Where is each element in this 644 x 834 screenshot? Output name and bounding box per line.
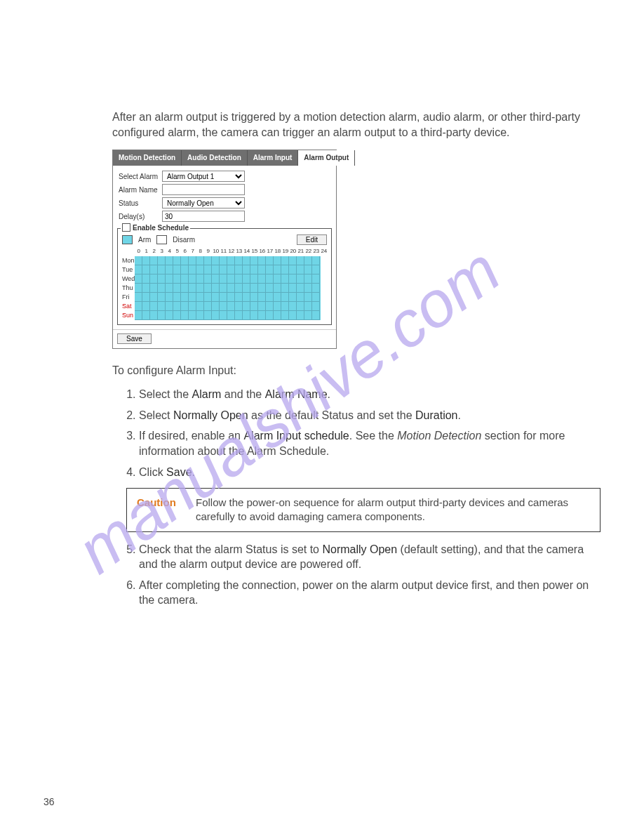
schedule-cell[interactable]	[173, 284, 181, 293]
schedule-cell[interactable]	[135, 256, 142, 265]
schedule-cell[interactable]	[235, 284, 243, 293]
schedule-cell[interactable]	[281, 311, 289, 320]
schedule-cell[interactable]	[289, 265, 297, 274]
schedule-cell[interactable]	[181, 256, 189, 265]
schedule-cell[interactable]	[189, 256, 196, 265]
schedule-cell[interactable]	[304, 302, 312, 311]
schedule-cell[interactable]	[181, 284, 189, 293]
schedule-cell[interactable]	[204, 274, 212, 284]
schedule-cell[interactable]	[158, 293, 166, 302]
schedule-cell[interactable]	[158, 302, 166, 311]
schedule-cell[interactable]	[196, 265, 204, 274]
schedule-cell[interactable]	[243, 274, 250, 284]
schedule-cell[interactable]	[227, 284, 235, 293]
edit-button[interactable]: Edit	[297, 234, 327, 245]
schedule-cell[interactable]	[135, 302, 142, 311]
schedule-cell[interactable]	[304, 311, 312, 320]
schedule-cell[interactable]	[212, 256, 220, 265]
schedule-cell[interactable]	[297, 284, 304, 293]
schedule-cell[interactable]	[312, 265, 320, 274]
schedule-cell[interactable]	[142, 311, 150, 320]
schedule-cell[interactable]	[212, 284, 220, 293]
schedule-cell[interactable]	[158, 256, 166, 265]
schedule-cell[interactable]	[266, 265, 274, 274]
schedule-cell[interactable]	[196, 311, 204, 320]
schedule-cell[interactable]	[312, 284, 320, 293]
schedule-cell[interactable]	[312, 256, 320, 265]
schedule-cell[interactable]	[281, 302, 289, 311]
schedule-cell[interactable]	[250, 293, 258, 302]
schedule-cell[interactable]	[297, 265, 304, 274]
schedule-cell[interactable]	[235, 293, 243, 302]
schedule-cell[interactable]	[281, 274, 289, 284]
schedule-cell[interactable]	[166, 311, 173, 320]
schedule-cell[interactable]	[150, 256, 158, 265]
schedule-cell[interactable]	[196, 274, 204, 284]
schedule-cell[interactable]	[250, 256, 258, 265]
schedule-cell[interactable]	[227, 311, 235, 320]
schedule-cell[interactable]	[142, 293, 150, 302]
tab-alarm-input[interactable]: Alarm Input	[248, 150, 299, 166]
schedule-cell[interactable]	[135, 265, 142, 274]
schedule-cell[interactable]	[258, 302, 266, 311]
schedule-cell[interactable]	[212, 302, 220, 311]
schedule-cell[interactable]	[189, 311, 196, 320]
schedule-cell[interactable]	[196, 256, 204, 265]
schedule-cell[interactable]	[235, 302, 243, 311]
schedule-cell[interactable]	[220, 274, 227, 284]
schedule-cell[interactable]	[212, 311, 220, 320]
schedule-cell[interactable]	[227, 256, 235, 265]
schedule-cell[interactable]	[173, 274, 181, 284]
schedule-cell[interactable]	[266, 311, 274, 320]
schedule-cell[interactable]	[289, 274, 297, 284]
schedule-cell[interactable]	[181, 302, 189, 311]
schedule-cell[interactable]	[173, 256, 181, 265]
schedule-cell[interactable]	[173, 302, 181, 311]
schedule-cell[interactable]	[274, 311, 281, 320]
schedule-cell[interactable]	[135, 311, 142, 320]
schedule-cell[interactable]	[220, 265, 227, 274]
schedule-cell[interactable]	[204, 293, 212, 302]
schedule-cell[interactable]	[158, 274, 166, 284]
tab-audio-detection[interactable]: Audio Detection	[182, 150, 248, 166]
tab-motion-detection[interactable]: Motion Detection	[113, 150, 182, 166]
schedule-cell[interactable]	[189, 302, 196, 311]
schedule-cell[interactable]	[266, 284, 274, 293]
schedule-cell[interactable]	[274, 284, 281, 293]
schedule-cell[interactable]	[150, 265, 158, 274]
schedule-cell[interactable]	[189, 274, 196, 284]
schedule-cell[interactable]	[227, 265, 235, 274]
schedule-cell[interactable]	[289, 256, 297, 265]
schedule-cell[interactable]	[220, 293, 227, 302]
enable-schedule-checkbox[interactable]	[122, 223, 130, 232]
schedule-cell[interactable]	[181, 274, 189, 284]
schedule-cell[interactable]	[312, 302, 320, 311]
schedule-cell[interactable]	[258, 274, 266, 284]
schedule-cell[interactable]	[166, 274, 173, 284]
schedule-cell[interactable]	[220, 311, 227, 320]
schedule-cell[interactable]	[274, 265, 281, 274]
schedule-cell[interactable]	[135, 274, 142, 284]
schedule-cell[interactable]	[312, 274, 320, 284]
schedule-cell[interactable]	[142, 274, 150, 284]
schedule-cell[interactable]	[173, 293, 181, 302]
schedule-cell[interactable]	[235, 265, 243, 274]
schedule-cell[interactable]	[281, 256, 289, 265]
select-alarm-dropdown[interactable]: Alarm Output 1	[162, 171, 245, 182]
schedule-cell[interactable]	[204, 265, 212, 274]
schedule-cell[interactable]	[250, 265, 258, 274]
schedule-cell[interactable]	[243, 265, 250, 274]
schedule-cell[interactable]	[181, 293, 189, 302]
schedule-cell[interactable]	[204, 284, 212, 293]
schedule-cell[interactable]	[227, 274, 235, 284]
schedule-cell[interactable]	[304, 274, 312, 284]
schedule-cell[interactable]	[196, 284, 204, 293]
schedule-cell[interactable]	[281, 293, 289, 302]
schedule-cell[interactable]	[142, 265, 150, 274]
schedule-cell[interactable]	[181, 311, 189, 320]
schedule-cell[interactable]	[289, 284, 297, 293]
schedule-cell[interactable]	[142, 256, 150, 265]
schedule-cell[interactable]	[289, 293, 297, 302]
schedule-cell[interactable]	[274, 256, 281, 265]
schedule-cell[interactable]	[250, 274, 258, 284]
